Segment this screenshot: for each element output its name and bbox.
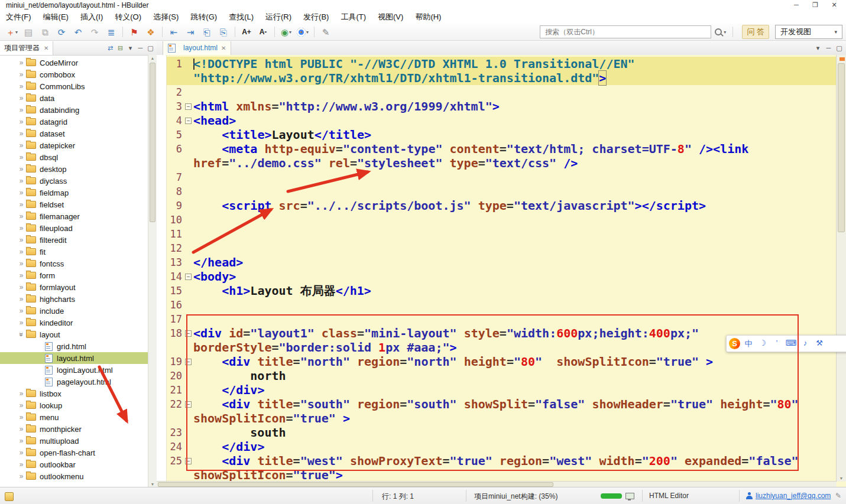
- code-line-23[interactable]: 23 south: [157, 425, 837, 440]
- maximize-editor-icon[interactable]: ▢: [835, 44, 844, 52]
- tree-item-desktop[interactable]: »desktop: [0, 163, 148, 175]
- tree-item-diyclass[interactable]: »diyclass: [0, 175, 148, 187]
- menu-item-2[interactable]: 插入(I): [74, 12, 109, 22]
- code-line-wrap-25[interactable]: showSplitIcon="true" >: [157, 411, 837, 425]
- tree-item-monthpicker[interactable]: »monthpicker: [0, 423, 148, 435]
- minimize-button[interactable]: ─: [787, 0, 806, 9]
- scrollbar-thumb[interactable]: [158, 482, 553, 487]
- menu-item-5[interactable]: 跳转(G): [184, 12, 223, 22]
- qa-button[interactable]: 问 答: [742, 25, 769, 39]
- tree-item-include[interactable]: »include: [0, 305, 148, 317]
- tree-item-outlookbar[interactable]: »outlookbar: [0, 459, 148, 470]
- sidebar-scrollbar[interactable]: ▲ ▼: [148, 55, 157, 487]
- tree-item-fit[interactable]: »fit: [0, 246, 148, 258]
- code-line-14[interactable]: 14<body>: [157, 269, 837, 284]
- code-line-7[interactable]: 7: [157, 170, 837, 184]
- tree-item-data[interactable]: »data: [0, 92, 148, 104]
- moon-icon[interactable]: ☽: [756, 339, 770, 349]
- lang-cn-icon[interactable]: 中: [741, 339, 756, 349]
- tree-item-filteredit[interactable]: »filteredit: [0, 234, 148, 246]
- menu-item-10[interactable]: 视图(V): [372, 12, 409, 22]
- search-button[interactable]: ▾: [711, 28, 730, 35]
- font-decrease-button[interactable]: A-: [255, 25, 271, 39]
- tree-item-outlookmenu[interactable]: »outlookmenu: [0, 470, 148, 482]
- tree-item-layout[interactable]: »layout: [0, 329, 148, 340]
- next-doc-button[interactable]: ⎘: [215, 25, 232, 39]
- next-edit-button[interactable]: ⇥: [182, 25, 199, 39]
- scrollbar-thumb[interactable]: [150, 63, 155, 222]
- menu-item-11[interactable]: 帮助(H): [409, 12, 447, 22]
- menu-item-4[interactable]: 选择(S): [147, 12, 184, 22]
- punctuation-icon[interactable]: ’: [770, 339, 784, 349]
- code-line-wrap-7[interactable]: href="../demo.css" rel="stylesheet" type…: [157, 156, 837, 170]
- tree-item-form[interactable]: »form: [0, 269, 148, 281]
- tree-item-databinding[interactable]: »databinding: [0, 104, 148, 116]
- close-button[interactable]: ✕: [825, 0, 844, 9]
- code-line-19[interactable]: 19 <div title="north" region="north" hei…: [157, 355, 837, 369]
- close-icon[interactable]: ✕: [221, 45, 226, 51]
- new-file-button[interactable]: ＋▾: [4, 25, 20, 39]
- tree-item-filemanager[interactable]: »filemanager: [0, 210, 148, 222]
- feedback-button[interactable]: ✎: [317, 25, 334, 39]
- tree-item-layout.html[interactable]: layout.html: [0, 352, 148, 364]
- tree-item-loginLayout.html[interactable]: loginLayout.html: [0, 364, 148, 376]
- menu-item-0[interactable]: 文件(F): [0, 12, 37, 22]
- tree-item-fieldset[interactable]: »fieldset: [0, 199, 148, 210]
- mic-icon[interactable]: ♪: [798, 339, 812, 349]
- prev-edit-button[interactable]: ⇤: [166, 25, 182, 39]
- tree-item-dataset[interactable]: »dataset: [0, 128, 148, 139]
- code-line-17[interactable]: 17: [157, 312, 837, 326]
- menu-item-9[interactable]: 工具(T): [335, 12, 372, 22]
- restore-button[interactable]: ❐: [806, 0, 825, 9]
- code-line-22[interactable]: 22 <div title="south" region="south" sho…: [157, 397, 837, 411]
- save-button[interactable]: ▤: [20, 25, 37, 39]
- code-line-16[interactable]: 16: [157, 298, 837, 312]
- chrome-button[interactable]: ▾: [294, 25, 311, 39]
- tree-item-listbox[interactable]: »listbox: [0, 388, 148, 399]
- code-line-9[interactable]: 9 <script src="../../scripts/boot.js" ty…: [157, 199, 837, 213]
- code-line-wrap-29[interactable]: showSplitIcon="true">: [157, 468, 837, 482]
- tree-item-multiupload[interactable]: »multiupload: [0, 435, 148, 447]
- close-icon[interactable]: ✕: [44, 45, 48, 51]
- scroll-up-icon[interactable]: ▲: [148, 56, 157, 60]
- panel-menu-icon[interactable]: ▾: [126, 44, 135, 52]
- tree-item-fileupload[interactable]: »fileupload: [0, 222, 148, 234]
- search-input[interactable]: [540, 25, 711, 38]
- code-line-4[interactable]: 4<head>: [157, 113, 837, 128]
- scroll-down-icon[interactable]: ▼: [837, 476, 846, 480]
- code-line-11[interactable]: 11: [157, 227, 837, 241]
- tag-button[interactable]: ❖: [142, 25, 159, 39]
- minimize-panel-icon[interactable]: ─: [136, 44, 145, 51]
- save-all-button[interactable]: ⧉: [37, 25, 53, 39]
- menu-item-8[interactable]: 发行(B): [297, 12, 335, 22]
- code-line-2[interactable]: 2: [157, 85, 837, 99]
- tab-layout-html[interactable]: layout.html ✕: [163, 41, 231, 55]
- menu-item-7[interactable]: 运行(R): [260, 12, 297, 22]
- toolbox-icon[interactable]: ⚒: [812, 339, 826, 349]
- scrollbar-thumb[interactable]: [838, 63, 845, 232]
- view-select[interactable]: 开发视图 ▾: [775, 25, 842, 39]
- tree-item-open-flash-chart[interactable]: »open-flash-chart: [0, 447, 148, 459]
- tree-item-datepicker[interactable]: »datepicker: [0, 139, 148, 151]
- tab-project-manager[interactable]: 项目管理器 ✕: [0, 41, 53, 55]
- bookmark-button[interactable]: ⚑: [126, 25, 142, 39]
- tree-item-fieldmap[interactable]: »fieldmap: [0, 187, 148, 199]
- keyboard-icon[interactable]: ⌨: [784, 339, 798, 349]
- maximize-panel-icon[interactable]: ▢: [146, 44, 155, 52]
- code-line-25[interactable]: 25 <div title="west" showProxyText="true…: [157, 454, 837, 468]
- scroll-down-icon[interactable]: ▼: [148, 482, 157, 486]
- code-line-5[interactable]: 5 <title>Layout</title>: [157, 128, 837, 142]
- tree-item-formlayout[interactable]: »formlayout: [0, 281, 148, 293]
- tree-item-datagrid[interactable]: »datagrid: [0, 116, 148, 128]
- code-line-13[interactable]: 13</head>: [157, 255, 837, 269]
- tree-item-CodeMirror[interactable]: »CodeMirror: [0, 57, 148, 69]
- tree-item-lookup[interactable]: »lookup: [0, 399, 148, 411]
- editor-vscrollbar[interactable]: ▲ ▼: [836, 55, 846, 482]
- tree-item-grid.html[interactable]: grid.html: [0, 340, 148, 352]
- collapse-all-icon[interactable]: ⊟: [116, 44, 125, 52]
- code-line-20[interactable]: 20 north: [157, 369, 837, 383]
- code-line-15[interactable]: 15 <h1>Layout 布局器</h1>: [157, 284, 837, 298]
- sogou-input-bar[interactable]: S 中☽’⌨♪⚒: [726, 335, 846, 352]
- prev-doc-button[interactable]: ⎗: [199, 25, 215, 39]
- tree-item-combobox[interactable]: »combobox: [0, 69, 148, 80]
